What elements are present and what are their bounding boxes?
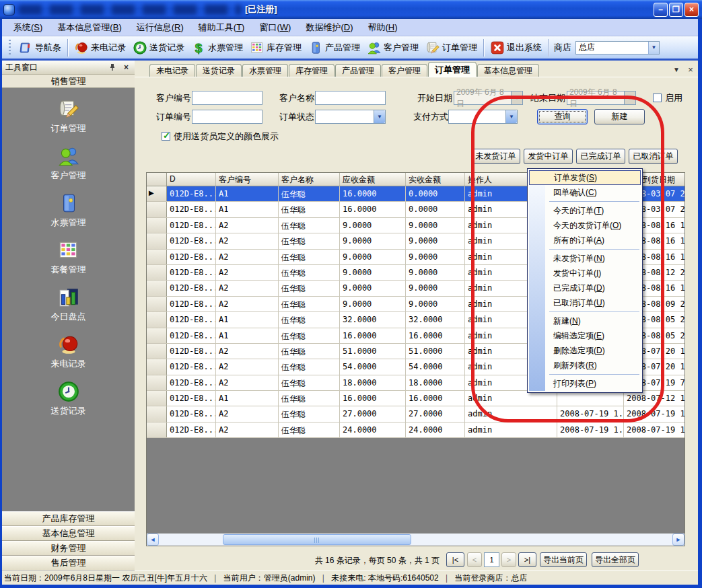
tab-5[interactable]: 产品管理 bbox=[335, 64, 381, 77]
maximize-button[interactable]: ❐ bbox=[669, 3, 683, 17]
context-menu-item[interactable]: 今天的发货订单(O) bbox=[529, 218, 641, 233]
column-header-3[interactable]: 客户名称 bbox=[279, 173, 340, 186]
table-row[interactable]: 012D-E8...A2伍华聪27.000027.0000admin2008-0… bbox=[147, 406, 685, 422]
context-menu-item[interactable]: 编辑选定项(E) bbox=[529, 328, 641, 343]
prev-page-button[interactable]: < bbox=[467, 552, 482, 567]
toolbar-button-call-bell[interactable]: 来电记录 bbox=[71, 39, 129, 57]
context-menu-item[interactable]: 回单确认(C) bbox=[529, 185, 641, 200]
row-selector[interactable] bbox=[147, 312, 167, 327]
table-row[interactable]: 012D-E8...A1伍华聪16.000016.0000admin2008-0… bbox=[147, 391, 685, 406]
menu-item-1[interactable]: 系统(S) bbox=[6, 19, 50, 36]
row-selector[interactable] bbox=[147, 250, 167, 264]
scrollbar-thumb[interactable] bbox=[223, 534, 411, 545]
column-header-1[interactable]: D bbox=[167, 173, 216, 186]
sidebar-item-blue-book[interactable]: 水票管理 bbox=[51, 192, 86, 229]
context-menu-item[interactable]: 删除选定项(D) bbox=[529, 343, 641, 358]
toolbar-button-red-x[interactable]: 退出系统 bbox=[487, 39, 545, 57]
toolbar-button-nav-book[interactable]: 导航条 bbox=[15, 39, 65, 57]
row-selector[interactable] bbox=[147, 406, 167, 421]
menu-item-2[interactable]: 基本信息管理(B) bbox=[50, 19, 129, 36]
sidebar-item-bar-chart[interactable]: 今日盘点 bbox=[51, 286, 86, 323]
context-menu-item[interactable]: 发货中订单(I) bbox=[529, 266, 641, 281]
tab-1[interactable]: 来电记录 bbox=[149, 64, 195, 77]
row-selector[interactable] bbox=[147, 218, 167, 233]
tab-2[interactable]: 送货记录 bbox=[196, 64, 242, 77]
customer-no-input[interactable] bbox=[192, 91, 262, 105]
table-row[interactable]: 012D-E8...A2伍华聪24.000024.0000admin2008-0… bbox=[147, 422, 685, 438]
column-header-5[interactable]: 实收金额 bbox=[406, 173, 465, 186]
context-menu-item[interactable]: 已取消订单(U) bbox=[529, 295, 641, 310]
sidebar-section-1[interactable]: 产品库存管理 bbox=[2, 511, 135, 526]
context-menu-item[interactable]: 所有的订单(A) bbox=[529, 233, 641, 248]
tab-list-dropdown-icon[interactable]: ▼ bbox=[671, 65, 682, 75]
context-menu-item[interactable]: 订单发货(S) bbox=[529, 170, 641, 185]
first-page-button[interactable]: |< bbox=[446, 552, 464, 567]
toolbar-button-blue-book[interactable]: 产品管理 bbox=[305, 39, 363, 57]
row-selector[interactable] bbox=[147, 391, 167, 406]
enable-checkbox[interactable] bbox=[653, 94, 662, 102]
sidebar-section-3[interactable]: 财务管理 bbox=[2, 541, 135, 556]
sidebar-section-4[interactable]: 售后管理 bbox=[2, 556, 135, 571]
chevron-down-icon[interactable]: ▼ bbox=[648, 42, 659, 54]
start-date-picker[interactable]: 2009年 6月 8日 ▼ bbox=[454, 91, 523, 105]
close-icon[interactable]: × bbox=[121, 63, 131, 73]
context-menu-item[interactable]: 已完成订单(D) bbox=[529, 281, 641, 295]
scroll-right-icon[interactable]: ► bbox=[672, 534, 685, 546]
toolbar-button-scroll-pen[interactable]: 订单管理 bbox=[422, 39, 481, 57]
tab-4[interactable]: 库存管理 bbox=[289, 64, 335, 77]
tab-6[interactable]: 客户管理 bbox=[382, 64, 427, 77]
tab-8[interactable]: 基本信息管理 bbox=[477, 64, 539, 77]
sidebar-item-clock[interactable]: 送货记录 bbox=[51, 380, 86, 417]
row-selector[interactable] bbox=[147, 422, 167, 437]
column-header-4[interactable]: 应收金额 bbox=[340, 173, 406, 186]
sidebar-item-people[interactable]: 客户管理 bbox=[51, 145, 86, 182]
order-status-select[interactable]: ▼ bbox=[315, 110, 386, 124]
shop-combobox[interactable]: 总店 ▼ bbox=[575, 41, 660, 54]
sidebar-item-scroll-pen[interactable]: 订单管理 bbox=[51, 98, 86, 135]
pin-icon[interactable] bbox=[107, 63, 117, 73]
new-button[interactable]: 新建 bbox=[594, 109, 645, 124]
menu-item-5[interactable]: 窗口(W) bbox=[252, 19, 298, 36]
row-selector[interactable] bbox=[147, 344, 167, 359]
page-number-input[interactable]: 1 bbox=[484, 552, 499, 567]
filter-button-4[interactable]: 已取消订单 bbox=[629, 149, 678, 164]
export-current-page-button[interactable]: 导出当前页 bbox=[540, 552, 587, 567]
export-all-pages-button[interactable]: 导出全部页 bbox=[592, 552, 639, 567]
horizontal-scrollbar[interactable]: ◄ ► bbox=[147, 534, 685, 546]
row-selector[interactable] bbox=[147, 281, 167, 295]
close-button[interactable]: × bbox=[685, 3, 699, 17]
menu-item-3[interactable]: 运行信息(R) bbox=[129, 19, 191, 36]
row-selector[interactable] bbox=[147, 359, 167, 374]
toolbar-button-clock[interactable]: 送货记录 bbox=[129, 39, 188, 57]
context-menu-item[interactable]: 今天的订单(T) bbox=[529, 203, 641, 218]
minimize-button[interactable]: – bbox=[654, 3, 668, 17]
filter-button-1[interactable]: 未发货订单 bbox=[471, 149, 520, 164]
delivery-color-checkbox[interactable] bbox=[162, 132, 170, 141]
end-date-picker[interactable]: 2009年 6月 8日 ▼ bbox=[567, 91, 636, 105]
sidebar-section-sales[interactable]: 销售管理 bbox=[2, 75, 135, 88]
tab-3[interactable]: 水票管理 bbox=[242, 64, 288, 77]
sidebar-item-call-bell[interactable]: 来电记录 bbox=[51, 333, 86, 370]
row-selector[interactable] bbox=[147, 233, 167, 248]
row-selector[interactable] bbox=[147, 328, 167, 343]
row-selector[interactable] bbox=[147, 265, 167, 280]
filter-button-2[interactable]: 发货中订单 bbox=[524, 149, 573, 164]
row-selector[interactable] bbox=[147, 297, 167, 311]
toolbar-button-grid-calendar[interactable]: 库存管理 bbox=[246, 39, 305, 57]
row-selector[interactable] bbox=[147, 202, 167, 217]
next-page-button[interactable]: > bbox=[501, 552, 516, 567]
customer-name-input[interactable] bbox=[315, 91, 386, 105]
sidebar-section-2[interactable]: 基本信息管理 bbox=[2, 526, 135, 541]
column-header-2[interactable]: 客户编号 bbox=[216, 173, 279, 186]
context-menu-item[interactable]: 未发货订单(N) bbox=[529, 251, 641, 266]
toolbar-button-dollar[interactable]: $水票管理 bbox=[188, 39, 246, 57]
row-selector[interactable] bbox=[147, 375, 167, 390]
filter-button-3[interactable]: 已完成订单 bbox=[576, 149, 625, 164]
menu-item-4[interactable]: 辅助工具(T) bbox=[191, 19, 252, 36]
pay-method-select[interactable]: ▼ bbox=[448, 110, 518, 124]
query-button[interactable]: 查询 bbox=[537, 109, 588, 124]
menu-item-7[interactable]: 帮助(H) bbox=[360, 19, 405, 36]
last-page-button[interactable]: >| bbox=[518, 552, 536, 567]
context-menu-item[interactable]: 打印列表(P) bbox=[529, 376, 641, 391]
toolbar-button-people[interactable]: 客户管理 bbox=[363, 39, 422, 57]
